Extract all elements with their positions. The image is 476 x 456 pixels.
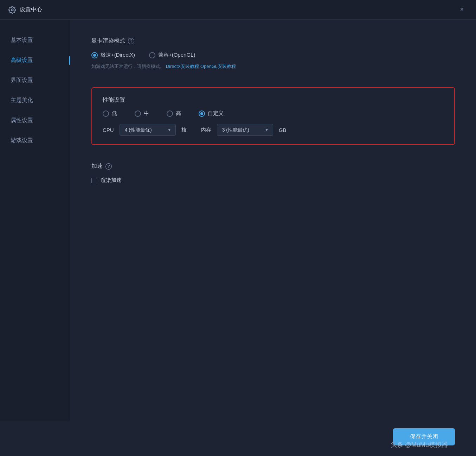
directx-radio[interactable] xyxy=(91,52,98,58)
render-accel-row[interactable]: 渲染加速 xyxy=(91,177,455,184)
close-button[interactable]: × xyxy=(456,4,468,15)
title-bar-left: 设置中心 xyxy=(8,6,42,14)
opengl-label: 兼容+(OpenGL) xyxy=(158,52,195,58)
preset-low-label: 低 xyxy=(112,110,117,117)
cpu-label: CPU xyxy=(103,127,114,133)
title-bar: 设置中心 × xyxy=(0,0,476,20)
footer: 保存并关闭 xyxy=(0,421,476,456)
accel-section: 加速 ? 渲染加速 xyxy=(91,163,455,184)
mem-unit: GB xyxy=(279,127,287,133)
directx-link[interactable]: DirectX安装教程 xyxy=(166,64,199,69)
settings-icon xyxy=(8,6,16,14)
perf-controls-row: CPU 4 (性能最优) 2 6 8 ▼ 核 内存 xyxy=(103,124,444,136)
preset-mid-option[interactable]: 中 xyxy=(135,110,149,117)
opengl-link[interactable]: OpenGL安装教程 xyxy=(200,64,236,69)
preset-high-label: 高 xyxy=(176,110,181,117)
preset-high-option[interactable]: 高 xyxy=(167,110,181,117)
mem-dropdown-wrap: 3 (性能最优) 2 4 6 ▼ xyxy=(217,124,273,136)
window-title: 设置中心 xyxy=(20,6,42,13)
sidebar-item-theme[interactable]: 主题美化 xyxy=(0,90,70,110)
preset-high-radio[interactable] xyxy=(167,110,173,117)
sidebar-item-games[interactable]: 游戏设置 xyxy=(0,131,70,151)
cpu-select[interactable]: 4 (性能最优) 2 6 8 xyxy=(120,124,176,136)
preset-mid-radio[interactable] xyxy=(135,110,141,117)
gpu-radio-group: 极速+(DirectX) 兼容+(OpenGL) xyxy=(91,52,455,58)
preset-mid-label: 中 xyxy=(144,110,149,117)
gpu-section: 显卡渲染模式 ? 极速+(DirectX) 兼容+(OpenGL) 如游戏无法正… xyxy=(91,37,455,70)
perf-section: 性能设置 低 中 高 xyxy=(91,87,455,145)
preset-custom-label: 自定义 xyxy=(208,110,224,117)
cpu-dropdown-wrap: 4 (性能最优) 2 6 8 ▼ xyxy=(120,124,176,136)
accel-help-icon[interactable]: ? xyxy=(105,163,112,170)
preset-custom-option[interactable]: 自定义 xyxy=(199,110,224,117)
sidebar: 基本设置 高级设置 界面设置 主题美化 属性设置 游戏设置 xyxy=(0,20,70,421)
watermark: 头条 @MuMu模拟器 xyxy=(391,441,448,449)
svg-point-0 xyxy=(11,9,13,11)
perf-box: 性能设置 低 中 高 xyxy=(91,87,455,145)
gpu-section-label: 显卡渲染模式 ? xyxy=(91,37,455,45)
perf-title: 性能设置 xyxy=(103,96,444,104)
render-accel-label: 渲染加速 xyxy=(101,177,122,184)
gpu-help-icon[interactable]: ? xyxy=(128,38,134,44)
preset-custom-radio[interactable] xyxy=(199,110,205,117)
sidebar-item-properties[interactable]: 属性设置 xyxy=(0,110,70,131)
main-content: 基本设置 高级设置 界面设置 主题美化 属性设置 游戏设置 显卡渲 xyxy=(0,20,476,421)
directx-label: 极速+(DirectX) xyxy=(101,52,135,58)
mem-select[interactable]: 3 (性能最优) 2 4 6 xyxy=(217,124,273,136)
mem-label: 内存 xyxy=(201,127,211,133)
perf-preset-row: 低 中 高 自定义 xyxy=(103,110,444,117)
sidebar-item-advanced[interactable]: 高级设置 xyxy=(0,50,70,70)
sidebar-item-basic[interactable]: 基本设置 xyxy=(0,30,70,50)
content-area: 显卡渲染模式 ? 极速+(DirectX) 兼容+(OpenGL) 如游戏无法正… xyxy=(70,20,476,421)
directx-option[interactable]: 极速+(DirectX) xyxy=(91,52,135,58)
sidebar-item-ui[interactable]: 界面设置 xyxy=(0,70,70,90)
accel-label: 加速 ? xyxy=(91,163,455,170)
render-accel-checkbox[interactable] xyxy=(91,178,97,183)
gpu-hint: 如游戏无法正常运行，请切换模式。 DirectX安装教程 OpenGL安装教程 xyxy=(91,63,455,70)
cpu-unit: 核 xyxy=(181,127,187,133)
preset-low-option[interactable]: 低 xyxy=(103,110,117,117)
opengl-option[interactable]: 兼容+(OpenGL) xyxy=(149,52,195,58)
opengl-radio[interactable] xyxy=(149,52,155,58)
preset-low-radio[interactable] xyxy=(103,110,109,117)
